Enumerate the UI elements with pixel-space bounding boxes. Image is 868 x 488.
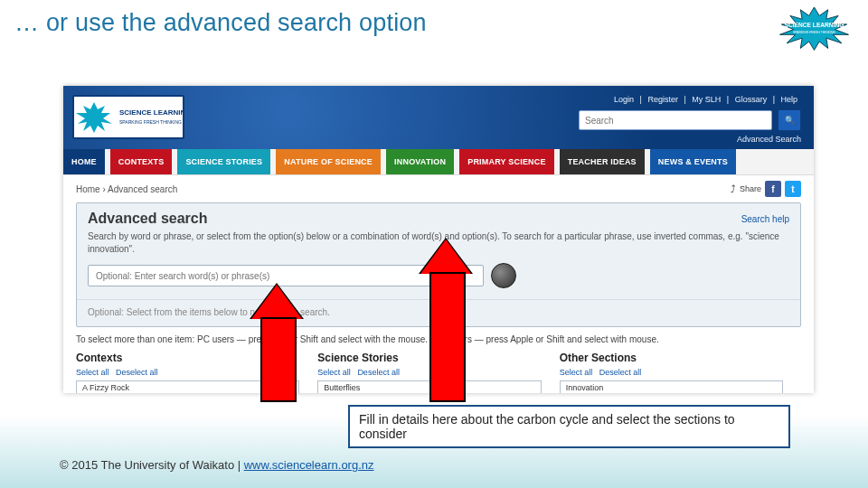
banner-utility: Login | Register | My SLH | Glossary | H… [579,95,801,144]
crumb-current: Advanced search [108,184,177,194]
search-help-link[interactable]: Search help [741,214,789,224]
footer-copyright: © 2015 The University of Waikato | [60,458,244,472]
twitter-icon[interactable]: t [785,181,801,197]
deselect-all-link[interactable]: Deselect all [599,368,642,377]
site-logo[interactable]: SCIENCE LEARNING SPARKING FRESH THINKING [72,95,184,139]
search-button[interactable]: 🔍 [778,109,801,131]
site-logo-line1: SCIENCE LEARNING [119,108,183,117]
starburst-icon: SCIENCE LEARNING SPARKING FRESH THINKING [74,97,183,137]
util-link-glossary[interactable]: Glossary [735,95,768,104]
annotation-callout: Fill in details here about the carbon cy… [348,405,790,448]
util-link-login[interactable]: Login [614,95,634,104]
util-link-help[interactable]: Help [780,95,797,104]
search-input[interactable] [579,110,772,130]
select-all-link[interactable]: Select all [76,368,109,377]
other-sections-listbox[interactable]: Innovation Nature of Science [560,380,783,393]
tab-nature-of-science[interactable]: NATURE OF SCIENCE [276,149,381,174]
crumb-home[interactable]: Home [76,184,100,194]
select-all-link[interactable]: Select all [317,368,351,377]
breadcrumb: Home › Advanced search ⤴ Share f t [63,175,814,202]
primary-nav: HOME CONTEXTS SCIENCE STORIES NATURE OF … [63,149,814,175]
share-icon: ⤴ [731,183,736,194]
tab-innovation[interactable]: INNOVATION [386,149,454,174]
footer-link[interactable]: www.sciencelearn.org.nz [244,458,374,472]
share-label: Share [740,184,761,193]
slide-title: … or use the advanced search option [14,9,427,37]
search-go-button[interactable] [491,263,516,288]
advanced-search-link[interactable]: Advanced Search [579,135,801,144]
column-other-sections: Other Sections Select all Deselect all I… [560,350,801,393]
svg-marker-1 [76,102,112,133]
tab-teacher-ideas[interactable]: TEACHER IDEAS [560,149,645,174]
facebook-icon[interactable]: f [765,181,781,197]
deselect-all-link[interactable]: Deselect all [357,368,400,377]
util-link-myslh[interactable]: My SLH [692,95,721,104]
tab-news-events[interactable]: NEWS & EVENTS [650,149,736,174]
deselect-all-link[interactable]: Deselect all [116,368,158,377]
utility-links: Login | Register | My SLH | Glossary | H… [579,95,801,104]
tab-contexts[interactable]: CONTEXTS [110,149,173,174]
site-logo-line2: SPARKING FRESH THINKING [119,119,182,125]
search-icon: 🔍 [785,116,795,125]
logo-text-2: SPARKING FRESH THINKING [793,31,835,34]
list-item[interactable]: Innovation [561,381,782,393]
panel-heading: Advanced search [88,211,208,227]
tab-science-stories[interactable]: SCIENCE STORIES [177,149,270,174]
logo-text-1: SCIENCE LEARNING [785,22,844,28]
starburst-icon: SCIENCE LEARNING SPARKING FRESH THINKING [771,5,857,52]
tab-primary-science[interactable]: PRIMARY SCIENCE [459,149,554,174]
slide-footer: © 2015 The University of Waikato | www.s… [60,458,374,472]
site-banner: SCIENCE LEARNING SPARKING FRESH THINKING… [63,86,814,149]
science-learning-logo: SCIENCE LEARNING SPARKING FRESH THINKING [771,5,857,51]
select-all-link[interactable]: Select all [560,368,593,377]
column-title: Other Sections [560,352,801,364]
tab-home[interactable]: HOME [63,149,105,174]
util-link-register[interactable]: Register [647,95,678,104]
svg-marker-0 [779,7,848,50]
share-bar: ⤴ Share f t [731,181,801,197]
